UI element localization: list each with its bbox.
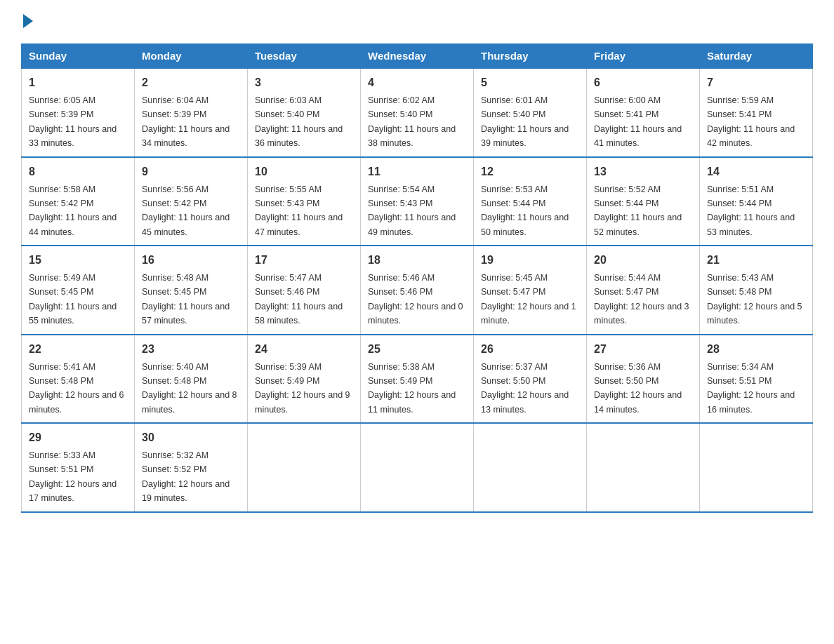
day-number: 22 [29,341,127,358]
calendar-cell: 25 Sunrise: 5:38 AMSunset: 5:49 PMDaylig… [361,335,474,424]
day-info: Sunrise: 5:45 AMSunset: 5:47 PMDaylight:… [481,273,576,326]
calendar-cell: 7 Sunrise: 5:59 AMSunset: 5:41 PMDayligh… [700,68,813,157]
calendar-cell: 1 Sunrise: 6:05 AMSunset: 5:39 PMDayligh… [22,68,135,157]
day-number: 25 [368,341,466,358]
calendar-cell [700,423,813,512]
calendar-cell: 11 Sunrise: 5:54 AMSunset: 5:43 PMDaylig… [361,157,474,246]
logo [21,14,33,31]
day-info: Sunrise: 5:43 AMSunset: 5:48 PMDaylight:… [707,273,802,326]
day-info: Sunrise: 5:56 AMSunset: 5:42 PMDaylight:… [142,185,230,237]
day-number: 29 [29,429,127,446]
calendar-cell: 28 Sunrise: 5:34 AMSunset: 5:51 PMDaylig… [700,335,813,424]
day-number: 12 [481,163,579,180]
calendar-cell [248,423,361,512]
day-number: 8 [29,163,127,180]
day-info: Sunrise: 5:58 AMSunset: 5:42 PMDaylight:… [29,185,117,237]
day-info: Sunrise: 5:59 AMSunset: 5:41 PMDaylight:… [707,95,795,148]
calendar-cell: 27 Sunrise: 5:36 AMSunset: 5:50 PMDaylig… [587,335,700,424]
calendar-cell: 18 Sunrise: 5:46 AMSunset: 5:46 PMDaylig… [361,246,474,335]
day-of-week-header: Sunday [22,44,135,69]
day-info: Sunrise: 5:53 AMSunset: 5:44 PMDaylight:… [481,185,569,237]
calendar-cell [474,423,587,512]
day-number: 28 [707,341,805,358]
day-of-week-header: Monday [135,44,248,69]
calendar-cell: 17 Sunrise: 5:47 AMSunset: 5:46 PMDaylig… [248,246,361,335]
calendar-cell: 29 Sunrise: 5:33 AMSunset: 5:51 PMDaylig… [22,423,135,512]
calendar-cell: 20 Sunrise: 5:44 AMSunset: 5:47 PMDaylig… [587,246,700,335]
day-info: Sunrise: 5:49 AMSunset: 5:45 PMDaylight:… [29,273,117,326]
header [21,14,813,31]
day-info: Sunrise: 5:34 AMSunset: 5:51 PMDaylight:… [707,362,795,415]
day-info: Sunrise: 5:41 AMSunset: 5:48 PMDaylight:… [29,362,124,415]
day-info: Sunrise: 5:47 AMSunset: 5:46 PMDaylight:… [255,273,343,326]
day-info: Sunrise: 5:55 AMSunset: 5:43 PMDaylight:… [255,185,343,237]
day-number: 26 [481,341,579,358]
calendar-cell: 15 Sunrise: 5:49 AMSunset: 5:45 PMDaylig… [22,246,135,335]
day-of-week-header: Thursday [474,44,587,69]
day-info: Sunrise: 5:33 AMSunset: 5:51 PMDaylight:… [29,450,117,503]
calendar-cell: 14 Sunrise: 5:51 AMSunset: 5:44 PMDaylig… [700,157,813,246]
day-info: Sunrise: 5:54 AMSunset: 5:43 PMDaylight:… [368,185,456,237]
day-number: 13 [594,163,692,180]
calendar-cell: 12 Sunrise: 5:53 AMSunset: 5:44 PMDaylig… [474,157,587,246]
day-number: 18 [368,252,466,269]
day-info: Sunrise: 6:02 AMSunset: 5:40 PMDaylight:… [368,95,456,148]
day-number: 17 [255,252,353,269]
day-info: Sunrise: 5:46 AMSunset: 5:46 PMDaylight:… [368,273,463,326]
day-info: Sunrise: 5:51 AMSunset: 5:44 PMDaylight:… [707,185,795,237]
day-number: 16 [142,252,240,269]
calendar-cell: 13 Sunrise: 5:52 AMSunset: 5:44 PMDaylig… [587,157,700,246]
day-info: Sunrise: 6:04 AMSunset: 5:39 PMDaylight:… [142,95,230,148]
day-number: 4 [368,74,466,91]
day-number: 14 [707,163,805,180]
day-of-week-header: Wednesday [361,44,474,69]
day-number: 20 [594,252,692,269]
week-row: 29 Sunrise: 5:33 AMSunset: 5:51 PMDaylig… [22,423,813,512]
day-number: 15 [29,252,127,269]
calendar-cell: 26 Sunrise: 5:37 AMSunset: 5:50 PMDaylig… [474,335,587,424]
logo-triangle-icon [23,14,33,28]
calendar-table: SundayMondayTuesdayWednesdayThursdayFrid… [21,43,813,513]
calendar-cell [361,423,474,512]
calendar-cell: 23 Sunrise: 5:40 AMSunset: 5:48 PMDaylig… [135,335,248,424]
day-number: 21 [707,252,805,269]
calendar-cell: 10 Sunrise: 5:55 AMSunset: 5:43 PMDaylig… [248,157,361,246]
calendar-cell: 9 Sunrise: 5:56 AMSunset: 5:42 PMDayligh… [135,157,248,246]
day-info: Sunrise: 5:52 AMSunset: 5:44 PMDaylight:… [594,185,682,237]
day-number: 19 [481,252,579,269]
day-info: Sunrise: 6:03 AMSunset: 5:40 PMDaylight:… [255,95,343,148]
calendar-cell: 19 Sunrise: 5:45 AMSunset: 5:47 PMDaylig… [474,246,587,335]
calendar-cell: 21 Sunrise: 5:43 AMSunset: 5:48 PMDaylig… [700,246,813,335]
day-number: 10 [255,163,353,180]
calendar-cell: 22 Sunrise: 5:41 AMSunset: 5:48 PMDaylig… [22,335,135,424]
day-info: Sunrise: 6:01 AMSunset: 5:40 PMDaylight:… [481,95,569,148]
calendar-header-row: SundayMondayTuesdayWednesdayThursdayFrid… [22,44,813,69]
day-info: Sunrise: 5:36 AMSunset: 5:50 PMDaylight:… [594,362,682,415]
calendar-cell: 4 Sunrise: 6:02 AMSunset: 5:40 PMDayligh… [361,68,474,157]
calendar-cell: 6 Sunrise: 6:00 AMSunset: 5:41 PMDayligh… [587,68,700,157]
day-number: 5 [481,74,579,91]
day-number: 7 [707,74,805,91]
calendar-cell: 24 Sunrise: 5:39 AMSunset: 5:49 PMDaylig… [248,335,361,424]
week-row: 15 Sunrise: 5:49 AMSunset: 5:45 PMDaylig… [22,246,813,335]
day-number: 2 [142,74,240,91]
calendar-cell: 2 Sunrise: 6:04 AMSunset: 5:39 PMDayligh… [135,68,248,157]
calendar-cell: 8 Sunrise: 5:58 AMSunset: 5:42 PMDayligh… [22,157,135,246]
day-number: 27 [594,341,692,358]
day-info: Sunrise: 5:44 AMSunset: 5:47 PMDaylight:… [594,273,689,326]
day-info: Sunrise: 5:40 AMSunset: 5:48 PMDaylight:… [142,362,237,415]
calendar-cell: 16 Sunrise: 5:48 AMSunset: 5:45 PMDaylig… [135,246,248,335]
day-number: 3 [255,74,353,91]
day-number: 24 [255,341,353,358]
calendar-cell: 5 Sunrise: 6:01 AMSunset: 5:40 PMDayligh… [474,68,587,157]
day-info: Sunrise: 5:37 AMSunset: 5:50 PMDaylight:… [481,362,569,415]
week-row: 8 Sunrise: 5:58 AMSunset: 5:42 PMDayligh… [22,157,813,246]
calendar-cell: 3 Sunrise: 6:03 AMSunset: 5:40 PMDayligh… [248,68,361,157]
day-number: 23 [142,341,240,358]
day-info: Sunrise: 6:00 AMSunset: 5:41 PMDaylight:… [594,95,682,148]
week-row: 1 Sunrise: 6:05 AMSunset: 5:39 PMDayligh… [22,68,813,157]
day-number: 1 [29,74,127,91]
week-row: 22 Sunrise: 5:41 AMSunset: 5:48 PMDaylig… [22,335,813,424]
day-info: Sunrise: 5:32 AMSunset: 5:52 PMDaylight:… [142,450,230,503]
day-number: 6 [594,74,692,91]
